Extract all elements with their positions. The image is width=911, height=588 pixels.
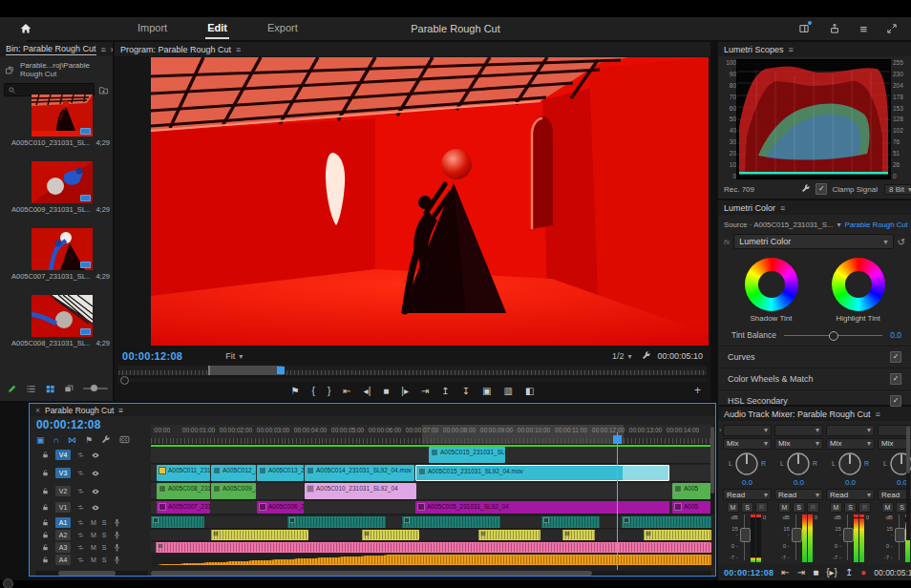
source-patch-a4[interactable]: A4: [55, 555, 71, 565]
button-editor-plus[interactable]: +: [694, 384, 701, 397]
stop-button[interactable]: ■: [813, 568, 818, 578]
thumbnail-zoom-slider[interactable]: [83, 388, 108, 389]
section-enabled-checkbox[interactable]: ✓: [890, 395, 901, 407]
solo-button[interactable]: S: [844, 502, 857, 513]
section-enabled-checkbox[interactable]: ✓: [890, 351, 901, 363]
lumetri-tab[interactable]: Lumetri Color: [724, 203, 775, 213]
program-video-frame[interactable]: [151, 57, 709, 346]
audio-clip[interactable]: [287, 516, 386, 528]
go-to-out-button[interactable]: ⇥: [421, 387, 429, 396]
lock-icon[interactable]: [41, 518, 50, 527]
mark-out-button[interactable]: }: [328, 387, 330, 396]
reset-effect-icon[interactable]: ↺: [898, 237, 905, 247]
in-out-range[interactable]: [208, 366, 283, 375]
menu-tab-export[interactable]: Export: [265, 18, 300, 39]
audio-clip[interactable]: [644, 530, 711, 540]
audio-clip[interactable]: [211, 530, 308, 540]
solo-button[interactable]: S: [793, 502, 805, 513]
go-to-in-button[interactable]: ⇤: [343, 387, 350, 396]
audio-clip[interactable]: [362, 530, 419, 540]
track-header-scrollbar[interactable]: [35, 571, 148, 576]
timeline-ruler[interactable]: :00:0000:00:01:0000:00:02:0000:00:03:000…: [151, 425, 711, 445]
pan-knob[interactable]: LR: [723, 452, 772, 477]
automation-mode-select[interactable]: Read▾: [826, 489, 875, 500]
lift-button[interactable]: ↥: [441, 387, 449, 396]
toggle-track-output-icon[interactable]: [91, 469, 100, 478]
lumetri-section-color-wheels-match[interactable]: Color Wheels & Match✓: [718, 368, 911, 389]
track-header-v4[interactable]: V4: [30, 447, 150, 463]
volume-fader[interactable]: [740, 514, 749, 560]
home-button[interactable]: [19, 22, 32, 35]
timeline-clip[interactable]: A005C006_23: [257, 501, 304, 514]
close-tab-icon[interactable]: ×: [35, 406, 40, 415]
record-arm-button[interactable]: R: [858, 502, 871, 513]
timeline-clip[interactable]: A005C014_231031_SL92_04.mov: [305, 465, 414, 481]
audio-clip[interactable]: [541, 516, 600, 528]
playhead-handle[interactable]: [277, 367, 285, 374]
pan-knob[interactable]: LR: [774, 452, 823, 477]
source-patch-a1[interactable]: A1: [55, 517, 71, 528]
timeline-playhead[interactable]: [617, 432, 618, 570]
list-view-button[interactable]: [26, 384, 36, 394]
bin-clip-item[interactable]: A005C008_231031_SL..4;29: [0, 295, 113, 348]
export-button[interactable]: ↥: [845, 568, 853, 578]
voiceover-record-icon[interactable]: [113, 543, 121, 552]
lock-icon[interactable]: [41, 503, 50, 512]
program-tab[interactable]: Program: Parable Rough Cut: [120, 45, 231, 54]
timeline-clip[interactable]: A005C007_2310: [157, 501, 210, 514]
insert-button[interactable]: ▥: [504, 387, 513, 396]
pan-value[interactable]: 0.0: [826, 478, 875, 487]
track-input-select[interactable]: ▾: [774, 425, 823, 436]
program-timecode[interactable]: 00:00:12:08: [122, 350, 182, 362]
scope-settings-icon[interactable]: [801, 184, 811, 194]
timeline-clip[interactable]: A005: [672, 483, 711, 499]
timeline-track-area[interactable]: :00:0000:00:01:0000:00:02:0000:00:03:000…: [151, 425, 711, 570]
voiceover-record-icon[interactable]: [113, 518, 121, 527]
pan-value[interactable]: 0.0: [774, 478, 823, 487]
solo-button[interactable]: S: [102, 544, 107, 551]
export-frame-button[interactable]: ▣: [482, 387, 491, 396]
scopes-tab[interactable]: Lumetri Scopes: [724, 45, 784, 54]
mute-button[interactable]: M: [91, 544, 96, 551]
source-patch-a3[interactable]: A3: [55, 542, 71, 553]
timeline-clip[interactable]: A005C013_23: [257, 465, 304, 481]
shadow-tint-wheel[interactable]: [745, 258, 798, 311]
sync-lock-icon[interactable]: [76, 543, 85, 552]
menu-tab-import[interactable]: Import: [136, 18, 169, 39]
sync-lock-icon[interactable]: [76, 469, 85, 477]
mixer-tab[interactable]: Audio Track Mixer: Parable Rough Cut: [724, 410, 871, 419]
clip-thumbnail[interactable]: [32, 295, 93, 337]
bin-clip-item[interactable]: A005C010_231031_SL..4;29: [0, 94, 113, 148]
automation-mode-select[interactable]: Read▾: [774, 489, 823, 500]
sync-lock-icon[interactable]: [76, 487, 85, 495]
mark-in-button[interactable]: {: [312, 387, 315, 396]
sync-lock-icon[interactable]: [76, 556, 85, 564]
panel-menu-icon[interactable]: ≡: [101, 45, 106, 54]
voiceover-record-icon[interactable]: [113, 556, 121, 564]
mute-button[interactable]: M: [727, 502, 739, 513]
zoom-level-select[interactable]: Fit▾: [221, 350, 247, 362]
pan-value[interactable]: 0.0: [723, 478, 772, 487]
bit-depth-select[interactable]: 8 Bit▾: [884, 184, 911, 195]
panel-menu-icon[interactable]: ≡: [780, 203, 785, 213]
solo-button[interactable]: S: [102, 519, 107, 526]
edit-in-place-icon[interactable]: [7, 384, 17, 394]
track-header-a4[interactable]: A4MS: [30, 555, 150, 565]
audio-clip[interactable]: [402, 516, 500, 528]
highlight-tint-wheel[interactable]: [832, 258, 885, 311]
program-scrubber[interactable]: [118, 366, 707, 375]
toggle-track-output-icon[interactable]: [91, 451, 100, 460]
comparison-view-button[interactable]: ◧: [525, 387, 534, 396]
lock-icon[interactable]: [41, 451, 50, 459]
voiceover-record-icon[interactable]: [113, 531, 121, 539]
bin-clip-item[interactable]: A005C007_231031_SL..4;29: [0, 228, 113, 282]
add-marker-button[interactable]: ⚑: [291, 387, 300, 396]
timeline-clip[interactable]: A005C011_2310: [157, 465, 210, 481]
monitor-settings-icon[interactable]: [642, 351, 651, 361]
show-effects-sends-toggle[interactable]: ›: [719, 426, 722, 434]
solo-button[interactable]: S: [102, 532, 107, 538]
timeline-clip[interactable]: A005C015_231031_SL92_04.mov: [415, 465, 669, 481]
lock-icon[interactable]: [41, 531, 50, 539]
pan-knob[interactable]: LR: [826, 452, 875, 477]
lumetri-section-curves[interactable]: Curves✓: [718, 346, 911, 368]
